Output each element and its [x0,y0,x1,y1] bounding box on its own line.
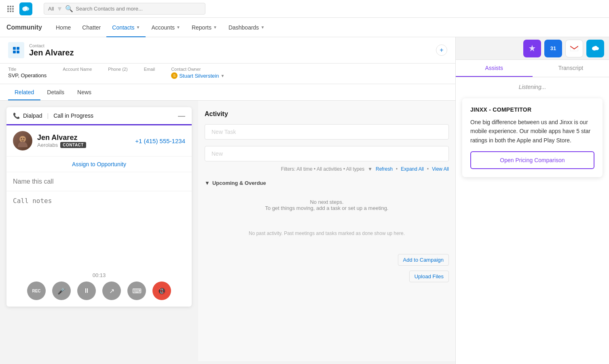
hangup-button[interactable]: 📵 [152,281,171,300]
hangup-icon: 📵 [158,287,166,295]
tab-details[interactable]: Details [40,84,71,100]
nav-bar: Community Home Chatter Contacts ▼ Accoun… [0,18,609,37]
filter-icon[interactable]: ▼ [368,166,372,172]
ai-tab-transcript[interactable]: Transcript [533,60,609,77]
assign-link-container: Assign to Opportunity [6,157,192,172]
svg-rect-6 [7,11,9,12]
upcoming-section: ▼ Upcoming & Overdue No next steps. To g… [205,177,449,221]
email-label: Email [144,67,155,72]
nav-item-home[interactable]: Home [50,18,76,37]
title-value: SVP, Operations [8,72,47,78]
svg-rect-2 [12,6,14,7]
refresh-link[interactable]: Refresh [376,166,393,172]
left-column: 📞 Dialpad | Call in Progress — [0,101,198,361]
ai-suggestion-card: JINXX - COMPETITOR One big difference be… [462,98,603,177]
search-type-selector[interactable]: All [48,6,54,12]
nav-community: Community [6,24,42,31]
ai-assist-button[interactable] [523,40,541,57]
activity-title: Activity [205,107,449,124]
upcoming-collapse-icon[interactable]: ▼ [205,180,210,186]
owner-label: Contact Owner [171,67,224,72]
call-notes-textarea[interactable] [13,197,185,262]
nav-item-reports[interactable]: Reports ▼ [186,18,223,37]
record-button[interactable]: REC [27,281,46,300]
svg-rect-3 [7,8,9,10]
content-area: Contact Jen Alvarez + Title SVP, Operati… [0,37,609,364]
contact-fields: Title SVP, Operations Account Name Phone… [0,63,455,84]
call-timer: 00:13 [93,272,106,278]
gmail-button[interactable] [565,40,583,57]
call-name-input-area[interactable] [6,172,192,191]
contact-badge: CONTACT [60,142,86,148]
svg-rect-0 [7,6,9,7]
upcoming-label-text: Upcoming & Overdue [212,180,266,186]
add-campaign-button[interactable]: Add to Campaign [398,254,449,266]
title-label: Title [8,67,47,72]
nav-item-chatter[interactable]: Chatter [76,18,106,37]
dashboards-chevron-icon: ▼ [260,25,264,30]
svg-point-18 [21,138,22,140]
tabs-container: Related Details News [0,84,455,101]
call-notes-area[interactable] [6,191,192,269]
calendar-button[interactable]: 31 [544,40,562,57]
ai-tabs: Assists Transcript [456,60,609,77]
no-steps-message: No next steps. To get things moving, add… [205,189,449,221]
upload-files-button[interactable]: Upload Files [409,271,449,282]
svg-rect-8 [12,11,14,12]
nav-item-contacts[interactable]: Contacts ▼ [106,18,146,37]
nav-item-accounts[interactable]: Accounts ▼ [146,18,186,37]
svg-rect-4 [10,8,11,10]
nav-item-dashboards[interactable]: Dashboards ▼ [223,18,270,37]
accounts-chevron-icon: ▼ [176,25,180,30]
tab-related[interactable]: Related [8,84,40,100]
top-bar: All ▼ 🔍 [0,0,609,18]
minimize-button[interactable]: — [178,112,185,119]
owner-value[interactable]: Stuart Silverstein [179,73,219,79]
ai-content: Listening... JINXX - COMPETITOR One big … [456,77,609,364]
ai-top-icons: 31 [456,37,609,60]
contact-breadcrumb-label: Contact [29,43,74,48]
contact-name-heading: Jen Alvarez [29,48,74,57]
phone-label: Phone (2) [108,67,127,72]
keypad-button[interactable]: ⌨ [127,281,146,300]
dialpad-title-text: Dialpad [23,112,42,119]
new-task-area[interactable]: New Task [205,124,449,140]
keypad-icon: ⌨ [132,287,142,295]
expand-all-link[interactable]: Expand All [401,166,424,172]
ai-tab-assists[interactable]: Assists [456,60,533,77]
caller-company-name: Aerolabs [37,142,58,148]
svg-rect-7 [10,11,11,12]
svg-rect-14 [17,47,19,50]
no-past-activity: No past activity. Past meetings and task… [205,221,449,246]
search-input[interactable] [76,6,201,12]
transfer-icon: ↗ [109,287,114,295]
contact-header: Contact Jen Alvarez + [0,37,455,63]
ai-card-title: JINXX - COMPETITOR [470,106,594,113]
svg-point-22 [594,46,597,49]
caller-phone[interactable]: +1 (415) 555-1234 [135,138,185,144]
mute-button[interactable]: 🎤 [52,281,71,300]
svg-rect-1 [10,6,11,7]
svg-point-11 [24,6,27,9]
assign-opportunity-link[interactable]: Assign to Opportunity [72,161,126,167]
dialpad-card: 📞 Dialpad | Call in Progress — [6,107,192,307]
search-bar[interactable]: All ▼ 🔍 [44,3,205,15]
open-pricing-comparison-button[interactable]: Open Pricing Comparison [470,151,594,169]
salesforce-button[interactable] [586,40,604,57]
tab-news[interactable]: News [71,84,98,100]
dialpad-separator: | [47,112,49,119]
svg-point-16 [19,136,26,142]
app-switcher[interactable] [5,3,16,15]
view-all-link[interactable]: View All [432,166,449,172]
salesforce-logo [19,2,32,15]
call-status-text: Call in Progress [53,112,93,119]
listening-indicator: Listening... [462,84,603,90]
new-event-area[interactable]: New [205,146,449,161]
transfer-button[interactable]: ↗ [102,281,121,300]
add-contact-button[interactable]: + [436,44,447,56]
dialpad-header: 📞 Dialpad | Call in Progress — [6,107,192,125]
caller-avatar [13,131,32,150]
pause-button[interactable]: ⏸ [77,281,96,300]
owner-chevron-icon: ▼ [220,74,224,78]
call-name-input[interactable] [13,178,185,185]
